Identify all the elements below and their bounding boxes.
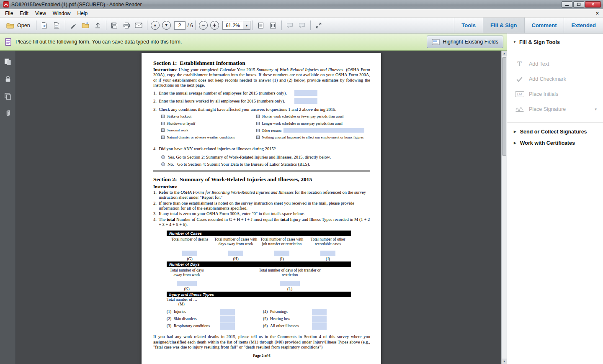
tools-link[interactable]: Tools (454, 18, 483, 33)
radio-no[interactable] (161, 162, 165, 166)
scrolling-mode-button[interactable] (255, 20, 267, 31)
type-number: (1) (167, 310, 171, 314)
security-button[interactable] (3, 74, 13, 83)
open-button[interactable]: Open (3, 21, 34, 31)
annotate-button[interactable] (296, 20, 308, 31)
checkbox-shutdown-or-layoff[interactable] (161, 122, 165, 125)
types-intro: Total number of … (167, 297, 351, 302)
scroll-down-button[interactable]: ▼ (502, 359, 507, 364)
field-i[interactable] (274, 251, 289, 256)
question-3-label: 3. Check any conditions that might have … (153, 107, 370, 112)
lock-icon (5, 75, 11, 82)
checkbox-longer-schedules[interactable] (256, 122, 260, 125)
highlight-fields-button[interactable]: Highlight Existing Fields (427, 36, 503, 48)
question-4-label: 4. Did you have ANY work-related injurie… (153, 146, 370, 151)
send-file-button[interactable] (80, 20, 92, 31)
save-button[interactable] (108, 20, 121, 31)
chevron-down-icon[interactable]: ▾ (243, 21, 250, 29)
menu-view[interactable]: View (32, 10, 49, 17)
save-copy-button[interactable] (39, 20, 51, 31)
field-m2[interactable] (220, 316, 235, 323)
upload-button[interactable] (92, 20, 104, 31)
form-message-bar: Please fill out the following form. You … (0, 33, 507, 51)
triangle-right-icon: ▶ (514, 130, 516, 133)
place-initials-label: Place Initials (529, 91, 558, 97)
zoom-out-button[interactable]: − (199, 21, 208, 30)
field-j[interactable] (320, 251, 335, 256)
page-thumbnails-button[interactable] (3, 57, 13, 66)
fill-sign-link[interactable]: Fill & Sign (483, 18, 524, 33)
checkbox-shorter-schedules[interactable] (256, 115, 260, 118)
panel-header[interactable]: ▼ Fill & Sign Tools (507, 39, 603, 45)
conditions-row: Seasonal work Other reason: (161, 128, 370, 135)
content: Please fill out the following form. You … (0, 33, 603, 364)
add-checkmark-tool[interactable]: Add Checkmark (507, 72, 603, 87)
minimize-icon (565, 3, 569, 6)
send-collect-section[interactable]: ▶ Send or Collect Signatures (507, 126, 603, 137)
fit-page-button[interactable] (267, 20, 279, 31)
export-pdf-button[interactable] (51, 20, 63, 31)
checkbox-nothing-unusual[interactable] (256, 136, 260, 139)
minimize-button[interactable] (562, 1, 572, 8)
add-text-tool[interactable]: T Add Text (507, 56, 603, 72)
scrollbar-thumb[interactable] (502, 57, 506, 156)
section1-instructions: Instructions: Using your completed Calen… (153, 67, 370, 88)
triangle-right-icon: ▶ (514, 141, 516, 145)
place-signature-tool[interactable]: Place Signature ▾ (507, 102, 603, 117)
attachments-button[interactable] (3, 108, 13, 118)
email-button[interactable] (133, 20, 145, 31)
field-m3[interactable] (220, 323, 235, 330)
zoom-in-button[interactable]: + (210, 21, 219, 30)
comment-link[interactable]: Comment (524, 18, 564, 33)
sticky-note-button[interactable] (284, 20, 296, 31)
toolbar-separator (253, 21, 253, 30)
toolbar-separator (106, 21, 106, 30)
checkbox-label: Natural disaster or adverse weather cond… (167, 135, 235, 139)
menu-edit[interactable]: Edit (16, 10, 32, 17)
checkbox-strike-or-lockout[interactable] (161, 115, 165, 118)
work-certificates-section[interactable]: ▶ Work with Certificates (507, 137, 603, 149)
field-m6[interactable] (312, 323, 327, 330)
fullscreen-button[interactable] (313, 20, 325, 31)
field-g[interactable] (182, 251, 197, 256)
other-reason-field[interactable] (283, 128, 364, 133)
menu-window[interactable]: Window (49, 10, 74, 17)
menu-file[interactable]: File (2, 10, 16, 17)
field-l[interactable] (280, 281, 300, 286)
toolbar-separator (36, 21, 36, 30)
option-no: No. Go to Section 4: Submit Your Data to… (161, 161, 370, 167)
previous-page-button[interactable]: ▲ (151, 21, 160, 30)
zoom-level-select[interactable]: 61.2% ▾ (222, 21, 250, 30)
menubar-close-icon[interactable]: × (596, 10, 599, 16)
field-k[interactable] (177, 281, 197, 286)
layers-button[interactable] (3, 91, 13, 100)
next-page-button[interactable]: ▼ (162, 21, 171, 30)
maximize-button[interactable] (573, 1, 584, 8)
instructions-text: : Using your completed Calendar Year 201… (176, 67, 257, 72)
document-area[interactable]: Section 1: Establishment Information Ins… (16, 51, 507, 364)
chevron-down-icon[interactable]: ▾ (595, 107, 597, 111)
panel-divider (507, 122, 603, 123)
field-m1[interactable] (220, 309, 235, 315)
place-initials-tool[interactable]: LM Place Initials (507, 87, 603, 102)
hours-field[interactable] (294, 98, 317, 104)
menu-help[interactable]: Help (74, 10, 91, 17)
employees-field[interactable] (294, 90, 317, 96)
checkbox-label: Seasonal work (167, 128, 188, 132)
checkbox-natural-disaster[interactable] (161, 136, 165, 139)
field-m4[interactable] (312, 309, 327, 315)
extended-link[interactable]: Extended (564, 18, 603, 33)
sign-button[interactable] (67, 20, 80, 31)
checkbox-other-reason[interactable] (256, 129, 260, 132)
checkbox-seasonal-work[interactable] (161, 128, 165, 132)
type-label: Poisonings (270, 310, 288, 314)
scroll-up-button[interactable]: ▲ (502, 51, 507, 56)
close-button[interactable]: × (585, 1, 601, 8)
field-m5[interactable] (312, 316, 327, 323)
envelope-icon (135, 23, 142, 28)
page-number-input[interactable] (174, 21, 186, 30)
vertical-scrollbar[interactable]: ▲ ▼ (501, 51, 507, 364)
print-button[interactable] (121, 20, 133, 31)
radio-yes[interactable] (161, 155, 165, 159)
field-h[interactable] (228, 251, 243, 256)
